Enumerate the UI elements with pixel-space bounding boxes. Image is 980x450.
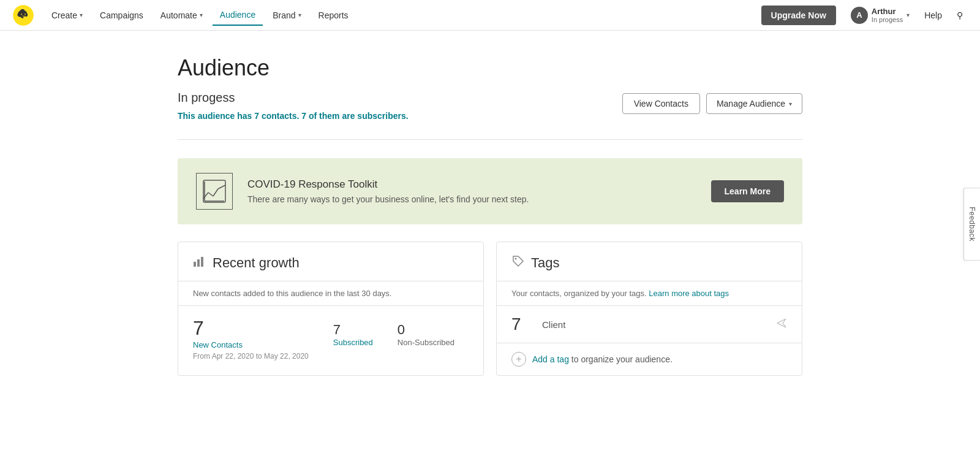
add-tag-row: + Add a tag to organize your audience. — [497, 343, 802, 375]
logo[interactable] — [12, 4, 34, 26]
growth-date-range: From Apr 22, 2020 to May 22, 2020 — [193, 352, 309, 360]
audience-description: This audience has 7 contacts. 7 of them … — [178, 111, 409, 121]
svg-point-13 — [515, 258, 517, 260]
nav-automate[interactable]: Automate ▾ — [153, 6, 210, 25]
svg-line-5 — [208, 193, 213, 196]
tag-row: 7 Client — [497, 306, 802, 343]
svg-rect-11 — [197, 259, 200, 267]
search-icon[interactable]: ⚲ — [952, 6, 968, 25]
subscribed-link[interactable]: Subscribed — [333, 338, 373, 347]
learn-more-button[interactable]: Learn More — [711, 180, 784, 202]
audience-name: In progess — [178, 91, 409, 105]
manage-audience-button[interactable]: Manage Audience ▾ — [706, 93, 802, 114]
user-menu[interactable]: A Arthur In progess ▾ — [846, 4, 914, 26]
learn-more-tags-link[interactable]: Learn more about tags — [649, 289, 729, 298]
nav-audience[interactable]: Audience — [213, 5, 263, 26]
covid-subtitle: There are many ways to get your business… — [247, 194, 696, 204]
add-tag-button[interactable]: + — [511, 352, 526, 367]
main-content: Audience In progess This audience has 7 … — [165, 31, 815, 376]
user-name: Arthur — [872, 7, 903, 16]
non-subscribed-number: 0 — [398, 322, 454, 338]
main-nav: Create ▾ Campaigns Automate ▾ Audience B… — [0, 0, 980, 31]
cards-row: Recent growth New contacts added to this… — [178, 242, 802, 376]
chevron-down-icon: ▾ — [200, 12, 203, 18]
svg-rect-12 — [201, 257, 203, 267]
svg-rect-10 — [194, 262, 196, 267]
subscribed-number: 7 — [333, 322, 373, 338]
tags-card-subtitle: Your contacts, organized by your tags. L… — [497, 281, 802, 306]
tag-icon — [511, 254, 525, 271]
chevron-down-icon: ▾ — [907, 12, 910, 18]
page-header-row: In progess This audience has 7 contacts.… — [178, 91, 802, 121]
chevron-down-icon: ▾ — [789, 101, 792, 107]
svg-line-4 — [203, 193, 208, 199]
recent-growth-card: Recent growth New contacts added to this… — [178, 242, 484, 376]
svg-line-6 — [213, 189, 218, 196]
add-tag-link[interactable]: Add a tag — [532, 354, 569, 364]
tags-card-title: Tags — [531, 255, 559, 271]
user-status: In progess — [872, 16, 903, 23]
growth-card-subtitle: New contacts added to this audience in t… — [178, 281, 483, 306]
page-title: Audience — [178, 55, 802, 81]
covid-title: COVID-19 Response Toolkit — [247, 178, 696, 191]
growth-main-number: 7 — [193, 318, 309, 338]
nav-create[interactable]: Create ▾ — [44, 6, 90, 25]
view-contacts-button[interactable]: View Contacts — [622, 93, 700, 114]
header-actions: View Contacts Manage Audience ▾ — [622, 93, 802, 114]
growth-card-content: 7 New Contacts From Apr 22, 2020 to May … — [178, 306, 483, 373]
covid-icon — [196, 173, 233, 210]
bar-chart-icon — [193, 254, 206, 271]
svg-point-1 — [21, 13, 22, 15]
contacts-count: 7 — [254, 111, 259, 121]
svg-rect-3 — [203, 180, 225, 202]
svg-line-7 — [218, 185, 225, 189]
nav-campaigns[interactable]: Campaigns — [92, 6, 151, 25]
covid-banner: COVID-19 Response Toolkit There are many… — [178, 158, 802, 224]
tag-name: Client — [542, 319, 776, 330]
help-link[interactable]: Help — [917, 6, 949, 25]
new-contacts-link[interactable]: New Contacts — [193, 340, 309, 349]
tag-count: 7 — [511, 315, 542, 334]
chevron-down-icon: ▾ — [80, 12, 83, 18]
divider — [178, 139, 802, 140]
non-subscribed-label: Non-Subscribed — [398, 338, 454, 347]
nav-reports[interactable]: Reports — [311, 6, 356, 25]
send-icon[interactable] — [776, 318, 787, 331]
subscribers-count: 7 — [301, 111, 306, 121]
avatar: A — [851, 7, 868, 24]
growth-card-title: Recent growth — [213, 255, 300, 271]
feedback-wrapper: Feedback — [963, 188, 980, 262]
upgrade-button[interactable]: Upgrade Now — [761, 6, 836, 25]
svg-point-2 — [24, 13, 26, 15]
chevron-down-icon: ▾ — [298, 12, 301, 18]
tags-card: Tags Your contacts, organized by your ta… — [496, 242, 802, 376]
nav-brand[interactable]: Brand ▾ — [265, 6, 308, 25]
feedback-button[interactable]: Feedback — [963, 188, 980, 261]
